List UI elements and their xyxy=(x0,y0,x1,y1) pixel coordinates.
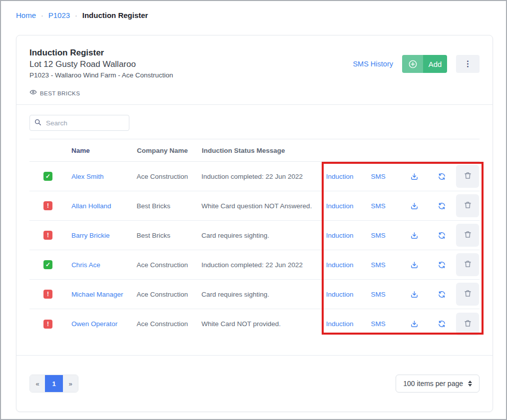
induction-status-message: White Card question NOT Answered. xyxy=(201,202,326,210)
induction-status-message: Card requires sighting. xyxy=(201,232,326,239)
refresh-icon[interactable] xyxy=(438,231,446,240)
company-name: Ace Construction xyxy=(137,173,202,180)
trash-icon xyxy=(464,260,472,270)
card-body: Name Company Name Induction Status Messa… xyxy=(16,105,493,339)
sms-link[interactable]: SMS xyxy=(371,173,386,180)
breadcrumb: Home · P1023 · Induction Register xyxy=(16,11,148,19)
delete-button[interactable] xyxy=(456,313,479,336)
induction-link[interactable]: Induction xyxy=(326,173,354,180)
induction-status-message: Card requires sighting. xyxy=(201,291,326,298)
name-column-header: Name xyxy=(71,147,137,154)
search-input[interactable] xyxy=(29,115,129,131)
induction-link[interactable]: Induction xyxy=(326,232,354,239)
trash-icon xyxy=(464,289,472,299)
delete-button[interactable] xyxy=(456,283,479,306)
sms-link[interactable]: SMS xyxy=(371,261,386,269)
table-row: Chris Ace Ace Construction Induction com… xyxy=(29,250,480,280)
table-row: Michael Manager Ace Construction Card re… xyxy=(29,280,480,309)
search-icon xyxy=(34,118,42,126)
worker-name-link[interactable]: Allan Holland xyxy=(71,202,111,210)
company-name: Best Bricks xyxy=(137,232,202,239)
induction-register-page: Home · P1023 · Induction Register Induct… xyxy=(0,0,507,420)
delete-button[interactable] xyxy=(456,194,479,217)
status-message-column-header: Induction Status Message xyxy=(202,147,327,154)
sms-link[interactable]: SMS xyxy=(371,202,386,210)
status-icon xyxy=(43,172,52,181)
delete-button[interactable] xyxy=(456,224,479,247)
induction-link[interactable]: Induction xyxy=(326,202,354,210)
table-row: Barry Brickie Best Bricks Card requires … xyxy=(29,221,480,250)
induction-table: Name Company Name Induction Status Messa… xyxy=(29,139,480,339)
page-title: Induction Register xyxy=(29,47,173,59)
viewing-company-label: BEST BRICKS xyxy=(40,90,80,96)
refresh-icon[interactable] xyxy=(438,290,446,299)
viewing-company-badge: BEST BRICKS xyxy=(29,88,480,98)
status-icon xyxy=(43,320,52,329)
induction-status-message: Induction completed: 22 Jun 2022 xyxy=(201,173,326,180)
worker-name-link[interactable]: Barry Brickie xyxy=(71,232,110,239)
worker-name-link[interactable]: Owen Operator xyxy=(71,320,117,328)
kebab-menu-icon: ⋮ xyxy=(464,59,472,68)
download-icon[interactable] xyxy=(410,261,419,269)
induction-link[interactable]: Induction xyxy=(326,261,354,269)
induction-status-message: White Card NOT provided. xyxy=(201,320,326,328)
breadcrumb-project-link[interactable]: P1023 xyxy=(48,11,70,19)
breadcrumb-separator: · xyxy=(75,11,77,19)
status-icon xyxy=(43,260,52,269)
worker-name-link[interactable]: Chris Ace xyxy=(71,261,100,269)
induction-register-card: Induction Register Lot 12 Gusty Road Wal… xyxy=(16,35,493,412)
status-icon xyxy=(43,201,52,210)
site-address: Lot 12 Gusty Road Wallaroo xyxy=(29,59,173,70)
refresh-icon[interactable] xyxy=(438,320,446,328)
sms-history-link[interactable]: SMS History xyxy=(353,60,393,68)
trash-icon xyxy=(464,201,472,211)
trash-icon xyxy=(464,319,472,329)
download-icon[interactable] xyxy=(410,290,419,299)
refresh-icon[interactable] xyxy=(438,202,446,210)
card-header: Induction Register Lot 12 Gusty Road Wal… xyxy=(16,35,493,105)
download-icon[interactable] xyxy=(410,172,419,181)
download-icon[interactable] xyxy=(410,202,419,210)
table-row: Allan Holland Best Bricks White Card que… xyxy=(29,191,480,221)
status-icon xyxy=(43,290,52,299)
worker-name-link[interactable]: Michael Manager xyxy=(71,291,123,298)
sms-link[interactable]: SMS xyxy=(371,320,386,328)
items-per-page-select[interactable]: 100 items per page xyxy=(396,375,480,393)
more-options-button[interactable]: ⋮ xyxy=(456,55,480,73)
add-button-label: Add xyxy=(423,55,447,73)
eye-icon xyxy=(29,88,37,98)
refresh-icon[interactable] xyxy=(438,261,446,269)
items-per-page-label: 100 items per page xyxy=(403,380,463,388)
pagination-page-1-button[interactable]: 1 xyxy=(45,375,63,392)
plus-circle-icon xyxy=(402,55,423,73)
select-updown-icon xyxy=(468,381,472,387)
refresh-icon[interactable] xyxy=(438,172,446,181)
card-footer: « 1 » 100 items per page xyxy=(16,355,493,412)
status-icon xyxy=(43,231,52,240)
worker-name-link[interactable]: Alex Smith xyxy=(71,173,104,180)
delete-button[interactable] xyxy=(456,253,479,276)
sms-link[interactable]: SMS xyxy=(371,291,386,298)
table-row: Alex Smith Ace Construction Induction co… xyxy=(29,162,480,191)
add-button[interactable]: Add xyxy=(402,55,447,73)
breadcrumb-current-page: Induction Register xyxy=(82,11,148,19)
pagination-next-button[interactable]: » xyxy=(63,375,78,392)
induction-status-message: Induction completed: 22 Jun 2022 xyxy=(201,261,326,269)
pagination-prev-button[interactable]: « xyxy=(30,375,45,392)
breadcrumb-home-link[interactable]: Home xyxy=(16,11,36,19)
induction-link[interactable]: Induction xyxy=(326,320,354,328)
company-name: Ace Construction xyxy=(137,291,202,298)
pagination: « 1 » xyxy=(29,375,78,393)
table-row: Owen Operator Ace Construction White Car… xyxy=(29,309,480,339)
delete-button[interactable] xyxy=(456,165,479,188)
company-name: Best Bricks xyxy=(137,202,202,210)
induction-link[interactable]: Induction xyxy=(326,291,354,298)
company-name: Ace Construction xyxy=(137,320,202,328)
project-subtitle: P1023 - Wallaroo Wind Farm - Ace Constru… xyxy=(29,70,173,80)
download-icon[interactable] xyxy=(410,231,419,240)
trash-icon xyxy=(464,230,472,240)
company-name: Ace Construction xyxy=(137,261,202,269)
sms-link[interactable]: SMS xyxy=(371,232,386,239)
trash-icon xyxy=(464,171,472,181)
download-icon[interactable] xyxy=(410,320,419,328)
